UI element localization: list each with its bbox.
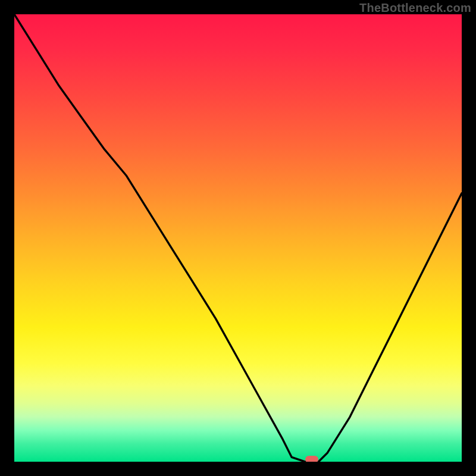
watermark-text: TheBottleneck.com	[359, 1, 471, 15]
chart-frame: TheBottleneck.com	[0, 0, 476, 476]
optimal-marker	[305, 456, 318, 462]
curve-path	[14, 14, 462, 462]
plot-area	[14, 14, 462, 462]
bottleneck-curve	[14, 14, 462, 462]
